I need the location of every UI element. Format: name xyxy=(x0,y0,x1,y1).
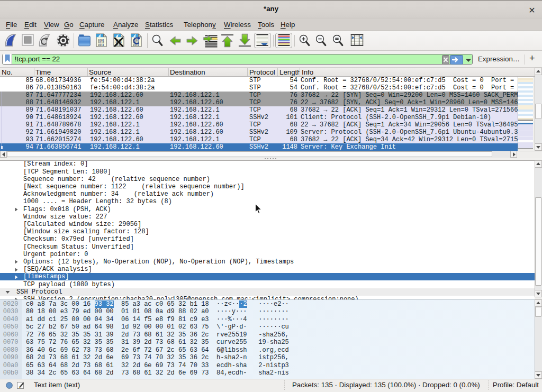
svg-text:0111: 0111 xyxy=(98,44,104,47)
